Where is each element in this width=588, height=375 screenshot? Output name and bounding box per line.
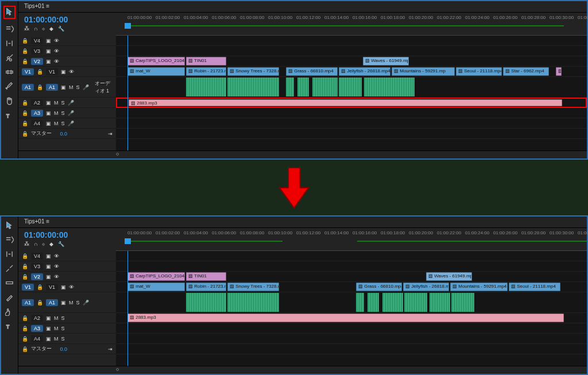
clip[interactable] (339, 78, 362, 96)
source-a1[interactable]: A1 (22, 84, 34, 91)
clip[interactable]: ▧ Snowy Trees - 7328.mp4 (227, 283, 279, 291)
clip[interactable] (186, 293, 226, 312)
time-ruler[interactable]: 01:00:00:0001:00:02:0001:00:04:0001:00:0… (116, 13, 587, 36)
track-v3[interactable]: V3 (31, 48, 43, 55)
clip[interactable]: ▧ Star - 6962.mp4 (503, 67, 549, 76)
clip[interactable] (382, 293, 403, 312)
clip[interactable]: ▧ Robin - 21723.mp4 (186, 67, 226, 76)
clip[interactable]: ▧ Jellyfish - 26818.mp4 (403, 283, 449, 291)
track-a1[interactable]: A1 (46, 84, 58, 91)
clip[interactable]: ▧ Jellyfish - 26818.mp4 (339, 67, 390, 76)
track-v1[interactable]: V1 (46, 68, 58, 75)
red-arrow (0, 160, 588, 215)
track-a3[interactable]: A3 (31, 110, 43, 117)
clip[interactable]: ▧ Robin - 21723.mp4 (186, 283, 226, 291)
razor-icon[interactable] (5, 264, 14, 273)
clip[interactable]: ▧ Mountains - 59291.mp (392, 67, 455, 76)
snap-icon[interactable]: ⁂ (24, 26, 29, 32)
razor-icon[interactable] (5, 53, 14, 62)
work-area-2 (357, 241, 587, 242)
timecode-display[interactable]: 01:00:00:00 (24, 230, 110, 239)
svg-text:T: T (6, 113, 9, 119)
clip[interactable] (364, 78, 392, 96)
audio-clip-selected[interactable]: ▧ 2883.mp3 (129, 99, 562, 106)
playhead-handle[interactable] (125, 238, 131, 244)
master-track[interactable]: マスター (31, 130, 52, 137)
timeline-header: 01:00:00:00 ⁂∩⟐◆🔧 01:00:00:0001:00:02:00… (18, 13, 587, 36)
clip[interactable]: ▧ mat_W (127, 283, 185, 291)
work-area-1 (127, 241, 283, 242)
ripple-edit-icon[interactable] (5, 250, 14, 258)
clip[interactable] (227, 293, 279, 312)
clip[interactable]: ▧ Snowy Trees - 7328.mp4 (227, 67, 279, 76)
clip[interactable] (286, 78, 294, 96)
audio-clip[interactable]: ▧ 2883.mp3 (127, 314, 564, 322)
clip[interactable] (392, 78, 415, 96)
clips-area-bottom[interactable]: ▧ CarpTIPS_LOGO_21040▧ TIN01▧ Waves - 61… (116, 251, 587, 366)
timeline-panel-after: T Tips+01 ≡ 01:00:00:00 ⁂∩⟐◆🔧 01:00:00:0… (0, 215, 588, 375)
clip[interactable]: ▧ (556, 67, 562, 76)
header-controls: ⁂∩⟐◆🔧 (24, 26, 110, 32)
clip[interactable]: ▧ Grass - 66810.mp4 (286, 67, 338, 76)
clip[interactable] (430, 293, 450, 312)
clip[interactable]: ▧ Waves - 61949.mp4 (426, 272, 472, 281)
clip[interactable]: ▧ CarpTIPS_LOGO_21040 (127, 272, 185, 281)
clips-area-top[interactable]: ▧ CarpTIPS_LOGO_21040▧ TIN01▧ Waves - 61… (116, 36, 587, 150)
timecode-display[interactable]: 01:00:00:00 (24, 15, 110, 24)
slip-icon[interactable] (5, 68, 14, 76)
track-v4[interactable]: V4 (31, 37, 43, 44)
clip[interactable] (186, 78, 226, 96)
pen-icon[interactable] (5, 293, 14, 301)
clip[interactable]: ▧ Waves - 61949.mp4 (363, 57, 409, 65)
sequence-tab[interactable]: Tips+01 ≡ (18, 1, 587, 13)
marker-icon[interactable]: ◆ (49, 26, 53, 32)
timeline-main: Tips+01 ≡ 01:00:00:00 ⁂∩⟐◆🔧 01:00:00:000… (18, 1, 587, 158)
track-select-icon[interactable] (5, 235, 14, 244)
scrollbar[interactable]: ○ (18, 366, 587, 374)
clip[interactable] (227, 78, 279, 96)
sequence-tab[interactable]: Tips+01 ≡ (18, 217, 587, 228)
hand-icon[interactable] (5, 307, 14, 316)
clip[interactable] (297, 78, 309, 96)
track-select-icon[interactable] (5, 25, 14, 33)
tool-strip: T (1, 217, 18, 374)
ripple-edit-icon[interactable] (5, 39, 14, 48)
track-headers: 🔒V4▣👁 🔒V3▣👁 🔒V2▣👁 V1🔒V1▣👁 A1🔒A1▣MS🎤オーディオ… (18, 36, 116, 150)
clip[interactable]: ▧ CarpTIPS_LOGO_21040 (127, 57, 185, 65)
track-a2[interactable]: A2 (31, 99, 43, 106)
selection-tool-highlighted[interactable] (3, 6, 16, 19)
playhead-line (127, 36, 128, 150)
clip[interactable] (368, 293, 379, 312)
clip[interactable] (404, 293, 427, 312)
slip-icon[interactable] (5, 279, 14, 287)
selection-tool[interactable] (5, 221, 14, 230)
clip[interactable]: ▧ TIN01 (186, 57, 226, 65)
clip[interactable]: ▧ Grass - 66810.mp4 (356, 283, 402, 291)
clip[interactable] (451, 293, 474, 312)
work-area-top (127, 25, 564, 26)
clip[interactable]: ▧ TIN01 (186, 272, 226, 281)
track-v2[interactable]: V2 (31, 58, 43, 65)
time-ruler[interactable]: 01:00:00:0001:00:02:0001:00:04:0001:00:0… (116, 228, 587, 251)
scrollbar[interactable]: ○ (18, 150, 587, 158)
clip[interactable]: ▧ Mountains - 59291.mp4 (450, 283, 508, 291)
playhead-handle[interactable] (125, 23, 131, 29)
clip[interactable] (356, 293, 364, 312)
hand-icon[interactable] (5, 96, 14, 105)
tool-strip: T (1, 1, 18, 158)
clip[interactable]: ▧ mat_W (127, 67, 185, 76)
svg-text:T: T (6, 324, 9, 330)
magnet-icon[interactable]: ∩ (34, 26, 37, 32)
clip[interactable]: ▧ Seoul - 21118.mp4 (509, 283, 560, 291)
type-icon[interactable]: T (5, 111, 14, 119)
type-icon[interactable]: T (5, 322, 14, 330)
wrench-icon[interactable]: 🔧 (58, 26, 64, 32)
link-icon[interactable]: ⟐ (42, 26, 45, 32)
clip[interactable]: ▧ Seoul - 21118.mp4 (456, 67, 502, 76)
clip[interactable] (312, 78, 338, 96)
source-v1[interactable]: V1 (22, 68, 34, 75)
pen-icon[interactable] (5, 82, 14, 91)
timeline-panel-before: T Tips+01 ≡ 01:00:00:00 ⁂∩⟐◆🔧 01:00:00:0… (0, 0, 588, 160)
track-a4[interactable]: A4 (31, 120, 43, 127)
